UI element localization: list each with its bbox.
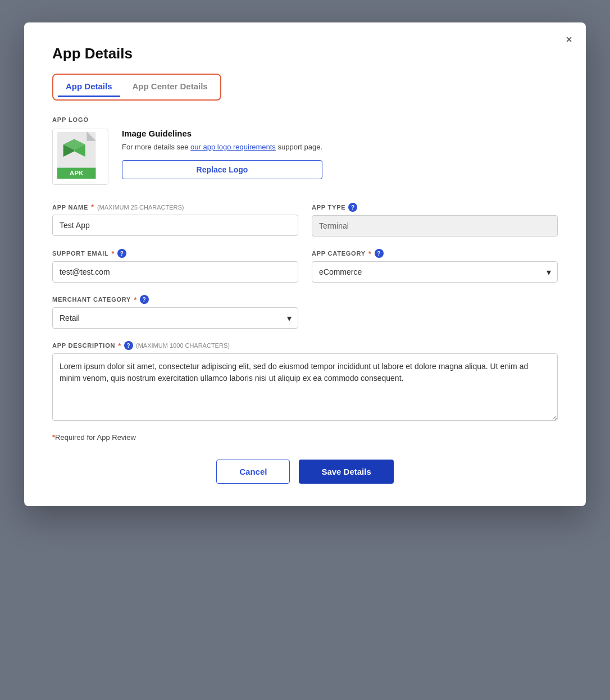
modal-overlay: × App Details App Details App Center Det… xyxy=(11,11,599,700)
merchant-category-select-wrapper: Retail eCommerce Finance Other ▾ xyxy=(52,307,298,329)
logo-image: APK xyxy=(52,129,108,185)
close-button[interactable]: × xyxy=(566,34,572,45)
app-description-required-star: * xyxy=(118,342,121,350)
app-logo-section: APK Image Guidelines For more details se… xyxy=(52,129,558,185)
row-support-email-category: SUPPORT EMAIL * ? APP CATEGORY * ? eComm… xyxy=(52,249,558,283)
app-description-label: APP DESCRIPTION * ? (MAXIMUM 1000 CHARAC… xyxy=(52,341,558,350)
support-email-label: SUPPORT EMAIL * ? xyxy=(52,249,298,258)
app-category-select-wrapper: eCommerce Retail Finance Other ▾ xyxy=(312,261,558,283)
footer-actions: Cancel Save Details xyxy=(52,460,558,484)
support-email-input[interactable] xyxy=(52,261,298,283)
app-name-required-star: * xyxy=(91,203,94,211)
app-name-max-chars: (MAXIMUM 25 CHARACTERS) xyxy=(97,204,184,211)
tabs-wrapper: App Details App Center Details xyxy=(52,74,221,101)
modal-title: App Details xyxy=(52,45,558,62)
row-merchant-category: MERCHANT CATEGORY * ? Retail eCommerce F… xyxy=(52,295,558,329)
app-logo-requirements-link[interactable]: our app logo requirements xyxy=(190,143,276,151)
logo-info: Image Guidelines For more details see ou… xyxy=(122,129,322,179)
field-placeholder-right xyxy=(312,295,558,329)
tab-app-center-details[interactable]: App Center Details xyxy=(125,77,216,97)
field-merchant-category: MERCHANT CATEGORY * ? Retail eCommerce F… xyxy=(52,295,298,329)
image-guidelines-title: Image Guidelines xyxy=(122,129,322,138)
field-app-name: APP NAME * (MAXIMUM 25 CHARACTERS) xyxy=(52,203,298,237)
app-name-label: APP NAME * (MAXIMUM 25 CHARACTERS) xyxy=(52,203,298,211)
field-app-description: APP DESCRIPTION * ? (MAXIMUM 1000 CHARAC… xyxy=(52,341,558,421)
save-details-button[interactable]: Save Details xyxy=(299,460,393,484)
svg-text:APK: APK xyxy=(70,169,84,176)
app-logo-label: APP LOGO xyxy=(52,116,558,123)
image-guidelines-desc: For more details see our app logo requir… xyxy=(122,143,322,151)
merchant-category-help-icon[interactable]: ? xyxy=(140,295,149,304)
field-app-type: APP TYPE ? xyxy=(312,203,558,237)
app-category-required-star: * xyxy=(368,249,372,258)
app-type-input xyxy=(312,215,558,237)
app-details-modal: × App Details App Details App Center Det… xyxy=(24,22,586,506)
required-note: *Required for App Review xyxy=(52,433,558,442)
support-email-required-star: * xyxy=(111,249,115,258)
app-type-help-icon[interactable]: ? xyxy=(348,203,357,212)
merchant-category-select[interactable]: Retail eCommerce Finance Other xyxy=(52,307,298,329)
row-app-description: APP DESCRIPTION * ? (MAXIMUM 1000 CHARAC… xyxy=(52,341,558,421)
app-category-label: APP CATEGORY * ? xyxy=(312,249,558,258)
field-app-category: APP CATEGORY * ? eCommerce Retail Financ… xyxy=(312,249,558,283)
app-description-textarea[interactable]: Lorem ipsum dolor sit amet, consectetur … xyxy=(52,353,558,421)
app-category-help-icon[interactable]: ? xyxy=(375,249,384,258)
row-app-name-type: APP NAME * (MAXIMUM 25 CHARACTERS) APP T… xyxy=(52,203,558,237)
app-description-max-chars: (MAXIMUM 1000 CHARACTERS) xyxy=(136,342,230,349)
merchant-category-label: MERCHANT CATEGORY * ? xyxy=(52,295,298,304)
app-name-input[interactable] xyxy=(52,215,298,236)
cancel-button[interactable]: Cancel xyxy=(216,460,290,484)
tab-app-details[interactable]: App Details xyxy=(58,77,120,97)
app-description-help-icon[interactable]: ? xyxy=(124,341,133,350)
merchant-category-required-star: * xyxy=(134,296,137,304)
app-category-select[interactable]: eCommerce Retail Finance Other xyxy=(312,261,558,283)
support-email-help-icon[interactable]: ? xyxy=(117,249,126,258)
app-type-label: APP TYPE ? xyxy=(312,203,558,212)
replace-logo-button[interactable]: Replace Logo xyxy=(122,160,322,179)
field-support-email: SUPPORT EMAIL * ? xyxy=(52,249,298,283)
